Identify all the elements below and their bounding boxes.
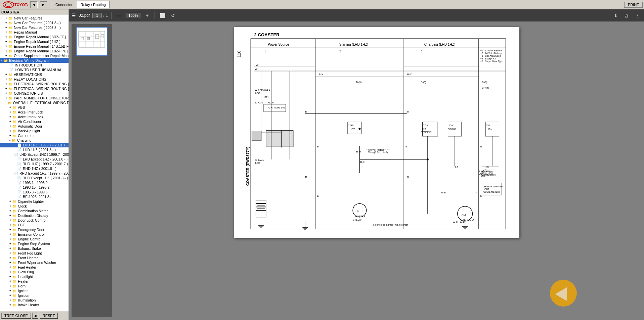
tree-item-rhd-1hz-2001[interactable]: 📄RHD 1HZ ( 2001.8 - ) [0,166,69,171]
tree-item-rhd-1hz-1999[interactable]: 📄RHD 1HZ ( 1999.7 - 2001.7 ) [0,162,69,166]
tree-item-lhd-except-1hz-2001[interactable]: 📄LHD Except 1HZ ( 2001.8 - ) [0,157,69,162]
tree-item-emergency-door[interactable]: +📁Emergency Door [0,227,69,232]
expand-icon: + [9,275,11,278]
tree-item-elec-wiring-routing2[interactable]: +📁ELECTRICAL WIRING ROUTING [WW, G/P] [0,86,69,91]
thumbnail-1[interactable]: 1 [76,27,108,56]
tree-item-ignition[interactable]: +📁Ignition [0,293,69,298]
folder-icon: 📄 [9,68,13,72]
pdf-page-main[interactable]: 110 2 COASTER Power Source [112,24,641,317]
tree-item-be-1026-2001[interactable]: 📄BE-1026. 2001.8 - [0,194,69,199]
fit-page-button[interactable]: ⬜ [158,11,166,19]
zoom-in-button[interactable]: + [143,11,151,19]
tree-item-charging[interactable]: -📂Charging [0,138,69,143]
tree-item-headlight[interactable]: +📁Headlight [0,274,69,279]
tree-item-how-to-use[interactable]: 📄HOW TO USE THIS MANUAL [0,67,69,72]
tree-item-back-up-light[interactable]: +📁Back-Up Light [0,129,69,133]
tree-item-lhd-1hz-1999[interactable]: 📄LHD 1HZ ( 1999.7 - 2001.7 ) [0,143,69,147]
tree-item-label: Automatic Door [18,124,42,128]
reset-button[interactable]: RESET [40,313,58,319]
expand-icon: + [5,96,7,100]
download-button[interactable]: ⬇ [612,11,620,19]
print-pdf-button[interactable]: 🖨 [622,11,631,19]
folder-icon: 📁 [12,209,16,213]
forward-button[interactable]: ▶ [40,1,47,8]
zoom-out-button[interactable]: — [115,11,123,19]
tree-item-front-heater[interactable]: +📁Front Heater [0,256,69,260]
tree-item-heater[interactable]: +📁Heater [0,279,69,284]
tree-item-front-fog-light[interactable]: +📁Front Fog Light [0,251,69,256]
svg-text:15A: 15A [486,124,490,127]
tree-item-1993-1-1993-9[interactable]: 📄1993.1 - 1993.9 [0,180,69,185]
expand-icon: + [9,237,11,241]
tree-item-carburetor[interactable]: +📁Carburetor [0,133,69,138]
tree-item-intake-heater[interactable]: +📁Intake Heater [0,303,69,307]
expand-icon: + [9,110,11,114]
tab-relay-routing[interactable]: Relay / Routing [77,1,110,8]
tree-item-introduction[interactable]: 📄INTRODUCTION [0,63,69,67]
tree-item-engine-control[interactable]: +📁Engine Control [0,237,69,241]
tree-item-clock[interactable]: +📁Clock [0,204,69,209]
tree-item-lhd-except-1hz-1999[interactable]: 📄LHD Except 1HZ ( 1999.7 - 2001.7 ) [0,152,69,157]
tree-item-engine-stop-system[interactable]: +📁Engine Stop System [0,241,69,246]
thumbnail-panel: 1 [72,24,112,317]
tree-item-engine-repair-1bz[interactable]: +📁Engine Repair Manual [ 1BZ-FPE ] [0,49,69,53]
expand-icon: + [9,129,11,133]
svg-text:W-B: W-B [441,191,446,194]
tree-item-engine-repair-1hz[interactable]: +📁Engine Repair Manual [ 1HZ ] [0,39,69,44]
tree-item-connector-list[interactable]: +📁CONNECTOR LIST [0,91,69,96]
tree-item-illumination[interactable]: +📁Illumination [0,298,69,303]
tree-item-new-car-features-2003[interactable]: +📁New Car Features ( 2003.8 - ) [0,25,69,30]
tree-item-automatic-door[interactable]: +📁Automatic Door [0,124,69,129]
tab-connector[interactable]: Connector [52,1,76,8]
tree-close-button[interactable]: TREE CLOSE [1,313,31,319]
tree-item-overall-wiring[interactable]: -📂OVERALL ELECTRICAL WIRING DIAGRAM [0,100,69,105]
page-input[interactable] [92,13,102,18]
tree-item-other-supplements[interactable]: +📁Other Supplements for Repair Manual [0,53,69,58]
tree-item-label: Repair Manual [14,30,37,34]
tree-item-fuel-heater[interactable]: +📁Fuel Heater [0,265,69,270]
tree-item-1995-3-1999-6[interactable]: 📄1995.3 - 1999.6 [0,190,69,194]
tree-item-repair-manual[interactable]: +📁Repair Manual [0,30,69,35]
hamburger-icon[interactable]: ☰ [72,13,76,18]
svg-text:W   4  AM1: W 4 AM1 [255,89,265,91]
tree-item-glow-plug[interactable]: +📁Glow Plug [0,270,69,274]
tree-item-combination-meter[interactable]: +📁Combination Meter [0,209,69,213]
tree-item-engine-repair-14b[interactable]: +📁Engine Repair Manual [ 14B,15B-FT,15B-… [0,44,69,49]
print-button[interactable]: PRINT [624,2,643,8]
tree-item-new-car-features[interactable]: +📁New Car Features [0,16,69,20]
tree-item-rhd-except-1hz-1999[interactable]: 📄RHD Except 1HZ ( 1999.7 - 2001.7 ) [0,171,69,176]
nav-arrow-left[interactable]: ◀ [32,313,38,319]
tree-item-part-number[interactable]: +📁PART NUMBER OF CONNECTORS [0,96,69,100]
tree-item-horn[interactable]: +📁Horn [0,284,69,288]
tree-item-air-conditioner[interactable]: +📁Air Conditioner [0,119,69,124]
folder-icon: 📄 [17,157,22,161]
tree-container[interactable]: +📁New Car Features+📁New Car Features ( 2… [0,15,69,311]
tree-item-abbreviations[interactable]: +📁ABBREVIATIONS [0,72,69,77]
tree-item-accel-inter-lock2[interactable]: +📁Accel Inter-Lock [0,115,69,119]
tree-item-electrical-wiring[interactable]: -📂Electrical Wiring Diagram [0,58,69,63]
tree-item-destination-display[interactable]: +📁Destination Display [0,213,69,218]
tree-item-door-lock-control[interactable]: +📁Door Lock Control [0,218,69,223]
tree-item-rhd-except-1hz-2001[interactable]: 📄RHD Except 1HZ ( 2001.8 - ) [0,176,69,180]
tree-item-front-wiper-washer[interactable]: +📁Front Wiper and Washer [0,260,69,265]
tree-item-ect[interactable]: +📁ECT [0,223,69,227]
tree-item-relay-locations[interactable]: +📁RELAY LOCATIONS [0,77,69,82]
folder-icon: 📁 [8,92,12,95]
tree-item-accel-inter-lock[interactable]: +📁Accel Inter Lock [0,110,69,115]
tree-item-igniter[interactable]: +📁Igniter [0,288,69,293]
svg-text:ST1: ST1 [264,96,269,99]
tree-item-engine-repair-3rz[interactable]: +📁Engine Repair Manual [ 3RZ-FE ] [0,35,69,39]
tree-item-abs[interactable]: +📁ABS [0,105,69,110]
back-button[interactable]: ◀ [30,1,38,8]
rotate-button[interactable]: ↺ [169,11,177,19]
tree-item-cigarette-lighter[interactable]: +📁Cigarette Lighter [0,199,69,204]
svg-text:SENSING: SENSING [421,131,432,134]
tree-item-1993-10-1995-2[interactable]: 📄1993.10 - 1995.2 [0,185,69,190]
tree-item-exhaust-brake[interactable]: +📁Exhaust Brake [0,246,69,251]
zoom-input[interactable] [126,13,140,18]
tree-item-lhd-1hz-2001[interactable]: 📄LHD 1HZ ( 2001.8 - ) [0,147,69,152]
tree-item-elec-wiring-routing[interactable]: +📁ELECTRICAL WIRING ROUTING [Parts] [0,82,69,86]
tree-item-emission-control[interactable]: +📁Emission Control [0,232,69,237]
more-options-button[interactable]: ⋮ [633,11,641,19]
tree-item-new-car-features-2001[interactable]: +📁New Car Features ( 2001.8 - ) [0,20,69,25]
